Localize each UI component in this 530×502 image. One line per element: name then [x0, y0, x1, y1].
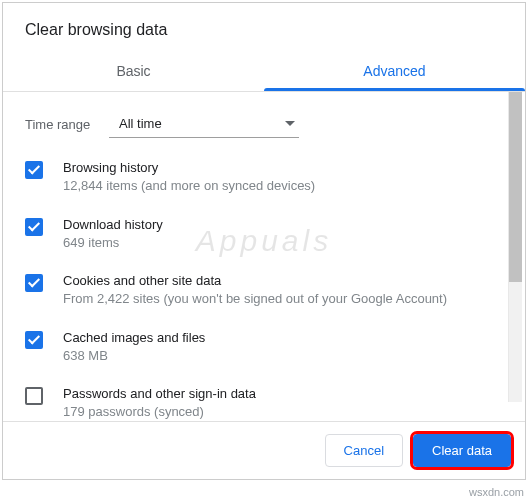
option-text: Cached images and files 638 MB	[63, 330, 489, 365]
time-range-value: All time	[119, 116, 162, 131]
tab-basic[interactable]: Basic	[3, 51, 264, 91]
vertical-scrollbar[interactable]	[508, 92, 522, 402]
option-subtext: 179 passwords (synced)	[63, 403, 489, 421]
clear-data-button[interactable]: Clear data	[413, 434, 511, 467]
option-browsing-history: Browsing history 12,844 items (and more …	[25, 160, 489, 195]
scrollbar-thumb[interactable]	[509, 92, 522, 282]
option-title: Cookies and other site data	[63, 273, 489, 288]
option-cookies: Cookies and other site data From 2,422 s…	[25, 273, 489, 308]
option-subtext: From 2,422 sites (you won't be signed ou…	[63, 290, 489, 308]
option-title: Passwords and other sign-in data	[63, 386, 489, 401]
cancel-button[interactable]: Cancel	[325, 434, 403, 467]
checkbox-download-history[interactable]	[25, 218, 43, 236]
checkbox-cookies[interactable]	[25, 274, 43, 292]
option-title: Download history	[63, 217, 489, 232]
checkbox-passwords[interactable]	[25, 387, 43, 405]
options-scroll-area: Time range All time Browsing history 12,…	[3, 92, 525, 421]
clear-browsing-data-dialog: Clear browsing data Basic Advanced Time …	[2, 2, 526, 480]
option-text: Download history 649 items	[63, 217, 489, 252]
dialog-title: Clear browsing data	[25, 21, 503, 39]
checkbox-cached[interactable]	[25, 331, 43, 349]
source-tag: wsxdn.com	[469, 486, 524, 498]
option-text: Cookies and other site data From 2,422 s…	[63, 273, 489, 308]
option-passwords: Passwords and other sign-in data 179 pas…	[25, 386, 489, 421]
tab-advanced[interactable]: Advanced	[264, 51, 525, 91]
chevron-down-icon	[285, 121, 295, 126]
option-subtext: 638 MB	[63, 347, 489, 365]
time-range-select[interactable]: All time	[109, 110, 299, 138]
option-title: Browsing history	[63, 160, 489, 175]
dialog-header: Clear browsing data	[3, 3, 525, 51]
option-download-history: Download history 649 items	[25, 217, 489, 252]
option-subtext: 649 items	[63, 234, 489, 252]
checkbox-browsing-history[interactable]	[25, 161, 43, 179]
option-text: Browsing history 12,844 items (and more …	[63, 160, 489, 195]
time-range-label: Time range	[25, 117, 109, 132]
option-subtext: 12,844 items (and more on synced devices…	[63, 177, 489, 195]
time-range-row: Time range All time	[25, 110, 489, 138]
tab-bar: Basic Advanced	[3, 51, 525, 92]
option-text: Passwords and other sign-in data 179 pas…	[63, 386, 489, 421]
option-cached: Cached images and files 638 MB	[25, 330, 489, 365]
dialog-footer: Cancel Clear data	[3, 421, 525, 479]
option-title: Cached images and files	[63, 330, 489, 345]
